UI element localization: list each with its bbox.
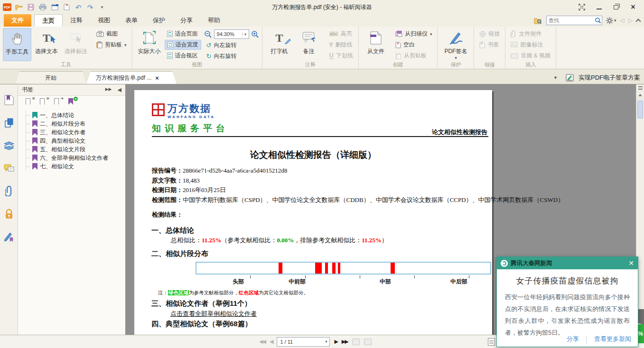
find-next-icon[interactable]: ▷ bbox=[628, 17, 633, 24]
tab-close-icon[interactable]: × bbox=[155, 74, 159, 82]
search-input[interactable] bbox=[547, 18, 594, 23]
menu-tab-form[interactable]: 表单 bbox=[118, 14, 145, 27]
set-destination-icon[interactable]: ➜ bbox=[54, 98, 62, 106]
bookmark-item[interactable]: 一、总体结论 bbox=[26, 111, 125, 119]
close-button[interactable]: × bbox=[628, 3, 638, 11]
collapse-ribbon-icon[interactable] bbox=[635, 18, 641, 24]
report-title: 论文相似性检测报告（详细版） bbox=[134, 149, 492, 161]
menu-tab-home[interactable]: 主页 bbox=[34, 14, 63, 27]
menu-tab-file[interactable]: 文件 bbox=[4, 14, 31, 27]
wanfang-logo-icon bbox=[152, 103, 165, 116]
fit-visible-button[interactable]: 适合视区 bbox=[165, 51, 201, 61]
email-icon[interactable] bbox=[50, 3, 59, 11]
snapshot-button[interactable]: 截图 bbox=[94, 29, 129, 39]
print-icon[interactable] bbox=[38, 3, 47, 11]
promo-banner[interactable]: ▼ 实现PDF电子签章方案 bbox=[553, 73, 644, 84]
add-bookmark-icon[interactable]: ⊕ bbox=[40, 98, 47, 106]
bookmark-item[interactable]: 六、全部举例相似论文作者 bbox=[26, 154, 125, 162]
bookmark-item[interactable]: 五、相似论文片段 bbox=[26, 145, 125, 154]
rotate-left-button[interactable]: ↺ 向左旋转 bbox=[204, 40, 259, 50]
zoom-out-icon[interactable] bbox=[204, 30, 212, 38]
typewriter-button[interactable]: T 打字机 bbox=[265, 28, 294, 61]
ribbon-group-comment: T 打字机 备注 abc 高亮 T 删除线 bbox=[262, 27, 359, 69]
next-page-button[interactable]: ▶ bbox=[334, 339, 337, 345]
comments-panel-icon[interactable] bbox=[3, 162, 15, 174]
minimize-button[interactable] bbox=[594, 3, 604, 11]
redo-icon[interactable]: ↷ bbox=[86, 3, 94, 11]
last-page-button[interactable]: ▶▶ bbox=[342, 339, 348, 345]
expand-bookmarks-icon[interactable]: ▾ bbox=[68, 98, 76, 106]
share-link[interactable]: 分享 bbox=[567, 335, 579, 343]
panel-expand-icon[interactable]: ▶▶ bbox=[105, 87, 112, 93]
fit-visible-icon bbox=[167, 53, 173, 59]
first-page-button[interactable]: ◀◀ bbox=[259, 339, 265, 345]
search-icon[interactable] bbox=[594, 17, 602, 24]
menu-tab-help[interactable]: 帮助 bbox=[200, 14, 228, 27]
clipboard-button[interactable]: 剪贴板▾ bbox=[94, 40, 129, 50]
fit-page-button[interactable]: 适合页面 bbox=[165, 29, 201, 39]
bookmark-flag-icon bbox=[32, 112, 37, 119]
single-page-view-icon[interactable] bbox=[488, 338, 495, 346]
tab-current-document[interactable]: 万方检测报告单.pdf ... × bbox=[86, 71, 177, 84]
select-annotation-icon bbox=[70, 30, 82, 46]
news-close-icon[interactable]: ✕ bbox=[628, 260, 634, 266]
scrollbar-thumb[interactable] bbox=[637, 101, 643, 119]
delete-bookmark-icon[interactable]: ⊗ bbox=[26, 98, 33, 106]
window-controls: × bbox=[577, 3, 641, 11]
ribbon-group-link: 链接 书签 链接 bbox=[474, 27, 505, 69]
news-body: 西安一位年轻妈妈看到问题疫苗流向多个接种点的不实消息后，在未求证核实的情况下发送… bbox=[497, 286, 638, 339]
quick-access-dropdown[interactable]: ▾ bbox=[98, 3, 106, 11]
bookmarks-panel-icon[interactable] bbox=[3, 94, 15, 106]
pdf-sign-dropdown[interactable]: ▾ bbox=[455, 55, 457, 60]
save-icon[interactable] bbox=[27, 3, 35, 11]
undo-icon[interactable]: ↶ bbox=[74, 3, 83, 11]
hand-tool-button[interactable]: 手形工具 bbox=[3, 28, 31, 61]
view-all-authors-link[interactable]: 点击查看全部举例相似论文作者 bbox=[170, 310, 257, 318]
bookmark-item[interactable]: 二、相似片段分布 bbox=[26, 119, 125, 128]
float-pages-icon[interactable] bbox=[577, 3, 587, 11]
find-previous-icon[interactable]: ◁ bbox=[620, 17, 625, 24]
panel-collapse-icon[interactable]: ◀ bbox=[118, 87, 121, 93]
menu-tab-comment[interactable]: 注释 bbox=[63, 14, 90, 27]
new-document-icon[interactable]: * bbox=[62, 3, 71, 11]
settings-gear-icon[interactable]: ▾ bbox=[606, 17, 616, 24]
tab-list-dropdown[interactable]: ▼ bbox=[553, 75, 558, 80]
actual-size-button[interactable]: 实际大小 bbox=[135, 28, 164, 61]
bookmark-item[interactable]: 三、相似论文作者 bbox=[26, 128, 125, 137]
tab-start[interactable]: 开始 bbox=[15, 71, 86, 84]
bookmark-flag-icon bbox=[32, 129, 37, 136]
open-icon[interactable] bbox=[15, 3, 23, 11]
attachments-panel-icon[interactable] bbox=[3, 185, 15, 197]
create-from-scanner-button[interactable]: 从扫描仪▾ bbox=[393, 29, 435, 39]
zoom-level-combo[interactable]: 94.30%▾ bbox=[214, 29, 249, 39]
underline-icon: U bbox=[329, 52, 334, 59]
axis-tick bbox=[469, 275, 469, 278]
bookmark-item[interactable]: 四、典型相似论文 bbox=[26, 137, 125, 145]
select-text-button[interactable]: T 选择文本 bbox=[32, 28, 61, 61]
create-from-clipboard-button: 从剪贴板 bbox=[393, 51, 435, 61]
security-panel-icon[interactable] bbox=[3, 208, 15, 220]
menu-tab-protect[interactable]: 保护 bbox=[145, 14, 173, 27]
signatures-panel-icon[interactable] bbox=[3, 230, 15, 243]
layers-panel-icon[interactable] bbox=[3, 139, 15, 152]
note-button[interactable]: 备注 bbox=[295, 28, 323, 61]
menu-tab-share[interactable]: 分享 bbox=[173, 14, 200, 27]
rotate-right-button[interactable]: ↻ 向右旋转 bbox=[204, 51, 259, 61]
zoom-in-icon[interactable] bbox=[251, 30, 259, 38]
previous-page-button[interactable]: ◀ bbox=[270, 339, 272, 345]
menu-tab-view[interactable]: 视图 bbox=[90, 14, 118, 27]
page-number-combo[interactable]: 1 / 11 ▾ bbox=[277, 337, 330, 347]
pages-panel-icon[interactable] bbox=[3, 117, 15, 129]
restore-button[interactable] bbox=[611, 3, 621, 11]
create-blank-button[interactable]: * 空白 bbox=[393, 40, 435, 50]
more-news-link[interactable]: 查看更多新闻 bbox=[594, 335, 631, 343]
pdf-sign-button[interactable]: PDF签名 ▾ bbox=[440, 28, 471, 61]
bookmarks-panel-header: 书签 ▶▶ ◀ bbox=[18, 84, 125, 96]
scroll-up-icon[interactable] bbox=[636, 92, 644, 99]
create-from-file-button[interactable]: 从文件 bbox=[362, 28, 390, 61]
search-folder-icon[interactable] bbox=[534, 17, 542, 24]
news-headline[interactable]: 女子传播疫苗虚假信息被拘 bbox=[497, 275, 638, 286]
bookmark-item[interactable]: 七、相似论文 bbox=[26, 162, 125, 171]
fit-width-button[interactable]: 适合宽度 bbox=[165, 40, 201, 50]
split-view-handle[interactable] bbox=[636, 84, 644, 92]
